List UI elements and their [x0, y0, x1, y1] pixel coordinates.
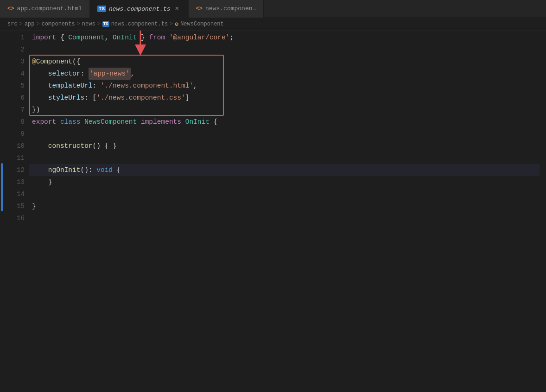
- ln-15: 15: [4, 200, 25, 212]
- punct-1c: }: [137, 32, 149, 44]
- ln-3: 3: [4, 56, 25, 68]
- punct-7: }): [32, 104, 40, 116]
- ln-16: 16: [4, 212, 25, 224]
- code-line-1: import { Component , OnInit } from '@ang…: [29, 32, 540, 44]
- bc-sep5: >: [170, 21, 173, 27]
- tab-label: app.component.html: [17, 5, 82, 12]
- dec-at: @: [32, 56, 36, 68]
- editor-window: <> app.component.html TS news.component.…: [0, 0, 546, 392]
- code-line-15: }: [29, 200, 540, 212]
- punct-5b: ,: [193, 80, 197, 92]
- indent-5: [32, 80, 48, 92]
- html-icon: <>: [7, 6, 14, 12]
- code-line-14: [29, 188, 540, 200]
- code-line-9: [29, 128, 540, 140]
- code-line-5: templateUrl : './news.component.html' ,: [29, 80, 540, 92]
- str-template: './news.component.html': [101, 80, 193, 92]
- punct-8a: [56, 116, 60, 128]
- bc-news: news: [82, 21, 95, 27]
- bc-src: src: [7, 21, 18, 27]
- fn-component: Component: [36, 56, 72, 68]
- punct-1d: [165, 32, 169, 44]
- ln-11: 11: [4, 152, 25, 164]
- bc-sep1: >: [19, 21, 23, 27]
- punct-12a: ():: [80, 164, 96, 176]
- prop-styleurls: styleUrls: [48, 92, 84, 104]
- punct-12b: {: [113, 164, 121, 176]
- indent-12: [32, 164, 48, 176]
- ln-4: 4: [4, 68, 25, 80]
- indent-10: [32, 140, 48, 152]
- code-content: import { Component , OnInit } from '@ang…: [29, 31, 540, 392]
- kw-class: class: [60, 116, 81, 128]
- tab-close-button[interactable]: ×: [173, 5, 181, 13]
- scrollbar[interactable]: [540, 31, 546, 392]
- code-line-12: ngOnInit (): void {: [29, 164, 540, 176]
- code-line-2: [29, 44, 540, 56]
- punct-15: }: [32, 200, 36, 212]
- punct-8d: [181, 116, 185, 128]
- prop-templateurl: templateUrl: [48, 80, 93, 92]
- tab-news-ts[interactable]: TS news.component.ts ×: [90, 0, 189, 18]
- punct-6b: ]: [185, 92, 190, 104]
- code-line-4: selector : 'app-news' ,: [29, 68, 540, 80]
- line-numbers: 1 2 3 4 5 6 7 8 9 10 11 12 13 14 15 16: [4, 31, 29, 392]
- html-icon-2: <>: [196, 6, 203, 12]
- ts-icon: TS: [97, 6, 106, 12]
- cls-news: NewsComponent: [84, 116, 137, 128]
- kw-void: void: [96, 164, 113, 176]
- code-line-16: [29, 212, 540, 224]
- cls-oninit2: OnInit: [185, 116, 210, 128]
- kw-from: from: [149, 32, 165, 44]
- punct-6a: : [: [84, 92, 96, 104]
- ln-7: 7: [4, 104, 25, 116]
- tab-label-2: news.componen…: [205, 5, 256, 12]
- punct-4a: :: [80, 68, 88, 80]
- fn-constructor: constructor: [48, 140, 93, 152]
- ln-13: 13: [4, 176, 25, 188]
- punct-3a: ({: [72, 56, 80, 68]
- fn-ngoninit: ngOnInit: [48, 164, 81, 176]
- cls-component: Component: [68, 32, 104, 44]
- tab-app-html[interactable]: <> app.component.html: [0, 0, 90, 18]
- selector-value: 'app-news': [89, 68, 131, 80]
- ln-8: 8: [4, 116, 25, 128]
- str-style: './news.component.css': [96, 92, 185, 104]
- kw-implements: implements: [141, 116, 181, 128]
- tab-label: news.component.ts: [109, 6, 171, 13]
- punct-10: () { }: [93, 140, 117, 152]
- ln-9: 9: [4, 128, 25, 140]
- indent-4: [32, 68, 48, 80]
- code-area: 1 2 3 4 5 6 7 8 9 10 11 12 13 14 15 16: [0, 31, 546, 392]
- str-angular-core: '@angular/core': [169, 32, 230, 44]
- ln-6: 6: [4, 92, 25, 104]
- punct-5a: :: [93, 80, 101, 92]
- bc-sep3: >: [77, 21, 80, 27]
- indent-13: [32, 176, 48, 188]
- code-line-8: export class NewsComponent implements On…: [29, 116, 540, 128]
- bc-sep4: >: [97, 21, 101, 27]
- bc-sep2: >: [36, 21, 39, 27]
- code-line-13: }: [29, 176, 540, 188]
- punct-1e: ;: [229, 32, 234, 44]
- punct-1a: {: [56, 32, 68, 44]
- code-line-7: }): [29, 104, 540, 116]
- tab-news-comp[interactable]: <> news.componen…: [189, 0, 264, 18]
- editor: 1 2 3 4 5 6 7 8 9 10 11 12 13 14 15 16: [0, 31, 546, 392]
- punct-8c: [137, 116, 141, 128]
- ln-1: 1: [4, 32, 25, 44]
- bc-components: components: [42, 21, 75, 27]
- tab-bar: <> app.component.html TS news.component.…: [0, 0, 546, 18]
- kw-export: export: [32, 116, 56, 128]
- code-line-10: constructor () { }: [29, 140, 540, 152]
- punct-8e: {: [210, 116, 217, 128]
- bc-ts-icon: TS: [102, 21, 109, 27]
- punct-8b: [80, 116, 84, 128]
- breadcrumb: src > app > components > news > TS news.…: [0, 18, 546, 31]
- punct-4b: ,: [131, 68, 135, 80]
- kw-import: import: [32, 32, 56, 44]
- code-line-11: [29, 152, 540, 164]
- cls-oninit: OnInit: [113, 32, 137, 44]
- ln-5: 5: [4, 80, 25, 92]
- bc-classname: NewsComponent: [180, 21, 224, 27]
